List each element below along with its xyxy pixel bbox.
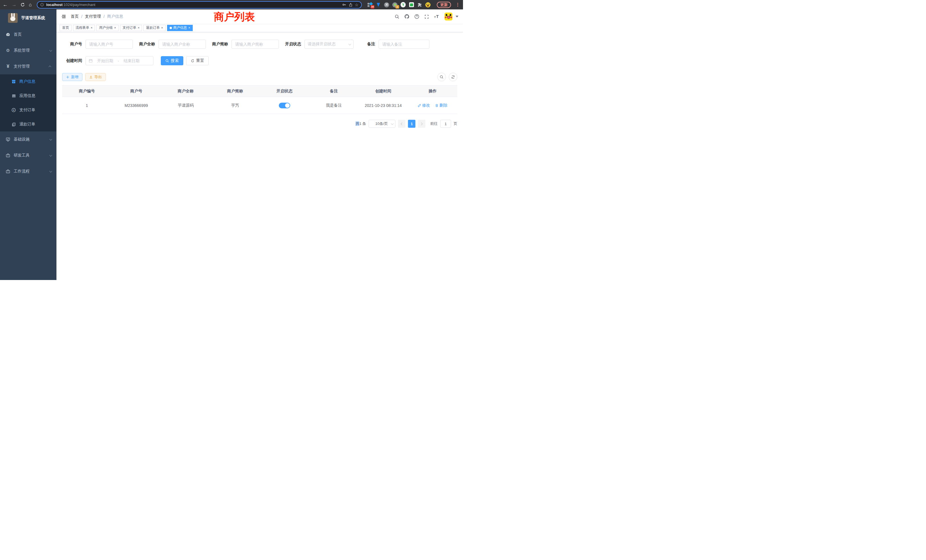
breadcrumb-home[interactable]: 首页: [71, 14, 79, 19]
extension-chat-icon[interactable]: [409, 2, 414, 8]
page-size-select[interactable]: 10条/页: [369, 120, 395, 128]
goto-page-input[interactable]: [440, 120, 451, 128]
help-icon[interactable]: [414, 14, 419, 19]
sidebar-item-label: 系统管理: [14, 48, 49, 53]
breadcrumb: 首页 / 支付管理 / 商户信息: [71, 14, 123, 19]
date-range-picker[interactable]: -: [86, 56, 153, 65]
add-button[interactable]: 新增: [62, 73, 82, 81]
browser-home-icon[interactable]: ⌂: [29, 2, 32, 7]
browser-toolbar: ← → ⌂ localhost:1024/pay/merchant ☆ 1: [0, 0, 463, 9]
password-key-icon[interactable]: [342, 3, 346, 7]
extension-command-icon[interactable]: ⌘: [384, 2, 389, 8]
user-avatar[interactable]: [445, 12, 452, 21]
chevron-down-icon: [49, 138, 52, 141]
sidebar-item-refund-order[interactable]: 退款订单: [0, 117, 56, 132]
field-label: 创建时间: [62, 58, 82, 63]
full-name-input[interactable]: [159, 39, 206, 49]
github-icon[interactable]: [404, 14, 409, 19]
tag-close-icon[interactable]: ×: [114, 26, 116, 29]
status-toggle[interactable]: [279, 103, 290, 108]
tag-pay-order[interactable]: 支付订单 ×: [120, 25, 142, 31]
address-bar[interactable]: localhost:1024/pay/merchant ☆: [37, 1, 362, 9]
chrome-update-button[interactable]: 更新: [437, 2, 451, 8]
tag-label: 商户信息: [173, 26, 187, 30]
extension-gem-icon[interactable]: [376, 2, 381, 8]
url-text: localhost:1024/pay/merchant: [46, 3, 340, 7]
tag-user-group[interactable]: 用户分组 ×: [96, 25, 118, 31]
sidebar-item-system[interactable]: ⚙ 系统管理: [0, 42, 56, 59]
col-header: 备注: [309, 89, 359, 94]
sidebar-item-label: 工作流程: [14, 169, 49, 174]
cell-remark: 我是备注: [309, 103, 359, 108]
prev-page-button[interactable]: [398, 120, 406, 128]
browser-menu-icon[interactable]: [457, 3, 458, 6]
app-shell: 芋道管理系统 首页 ⚙ 系统管理 ¥ 支付管理 商户信息: [0, 9, 463, 280]
remark-input[interactable]: [378, 39, 429, 49]
tag-merchant-info[interactable]: 商户信息 ×: [167, 25, 193, 31]
bookmark-star-icon[interactable]: ☆: [355, 3, 359, 7]
merchant-no-input[interactable]: [86, 39, 133, 49]
sidebar-logo[interactable]: 芋道管理系统: [0, 9, 56, 27]
short-name-input[interactable]: [232, 39, 279, 49]
fullscreen-icon[interactable]: [424, 14, 429, 19]
sidebar-item-pay[interactable]: ¥ 支付管理: [0, 59, 56, 74]
start-date-input[interactable]: [95, 59, 115, 63]
tag-home[interactable]: 首页: [60, 25, 71, 31]
active-tag-dot: [169, 27, 172, 29]
tag-refund-order[interactable]: 退款订单 ×: [144, 25, 165, 31]
edit-link[interactable]: 修改: [418, 103, 430, 108]
export-button-label: 导出: [94, 74, 102, 80]
tag-close-icon[interactable]: ×: [91, 26, 92, 29]
extension-recorder-icon[interactable]: 1: [392, 2, 398, 8]
sidebar-item-merchant-info[interactable]: 商户信息: [0, 74, 56, 89]
refresh-button[interactable]: [449, 73, 457, 81]
sidebar-item-label: 首页: [14, 32, 51, 37]
export-button[interactable]: 导出: [85, 73, 106, 81]
sidebar-item-app-info[interactable]: 应用信息: [0, 89, 56, 103]
tag-label: 流程表单: [76, 26, 89, 30]
header-search-icon[interactable]: [395, 14, 399, 19]
browser-forward-icon[interactable]: →: [12, 2, 17, 7]
end-date-input[interactable]: [121, 59, 142, 63]
next-page-button[interactable]: [418, 120, 425, 128]
tag-close-icon[interactable]: ×: [161, 26, 163, 29]
status-select[interactable]: 请选择开启状态: [304, 39, 354, 49]
add-button-label: 新增: [71, 74, 79, 80]
briefcase-icon: [6, 153, 10, 158]
browser-reload-icon[interactable]: [21, 3, 25, 7]
sidebar-item-pay-order[interactable]: ¥ 支付订单: [0, 103, 56, 117]
filter-remark: 备注: [367, 39, 429, 49]
tag-close-icon[interactable]: ×: [188, 26, 190, 29]
goto-label: 前往: [430, 121, 437, 126]
annotation-overlay: 商户列表: [214, 10, 255, 24]
extension-blocks-icon[interactable]: 10: [368, 2, 373, 8]
sidebar-collapse-icon[interactable]: [61, 14, 66, 19]
sidebar-item-home[interactable]: 首页: [0, 27, 56, 42]
col-header: 创建时间: [359, 89, 408, 94]
site-info-icon[interactable]: [40, 3, 44, 6]
profile-emoji-icon[interactable]: [425, 2, 431, 8]
sidebar-item-dev-tools[interactable]: 研发工具: [0, 147, 56, 163]
tag-flow-form[interactable]: 流程表单 ×: [73, 25, 95, 31]
browser-back-icon[interactable]: ←: [3, 2, 8, 7]
page-number-button[interactable]: 1: [408, 120, 415, 128]
font-size-icon[interactable]: TT: [434, 14, 440, 19]
delete-link[interactable]: 删除: [435, 103, 447, 108]
share-icon[interactable]: [349, 3, 353, 7]
status-select-placeholder: 请选择开启状态: [308, 42, 348, 47]
toggle-search-button[interactable]: [437, 73, 446, 81]
sidebar-item-infra[interactable]: 基础设施: [0, 132, 56, 147]
extension-badge: 1: [395, 5, 399, 9]
sidebar-item-label: 基础设施: [14, 137, 49, 142]
search-button[interactable]: 搜索: [161, 56, 183, 65]
extension-y-icon[interactable]: Y: [401, 2, 406, 8]
breadcrumb-pay[interactable]: 支付管理: [85, 14, 101, 19]
svg-text:¥: ¥: [13, 109, 15, 112]
tag-close-icon[interactable]: ×: [138, 26, 139, 29]
sidebar-item-workflow[interactable]: 工作流程: [0, 163, 56, 179]
reset-button[interactable]: 重置: [186, 56, 209, 65]
extension-badge: 10: [371, 5, 374, 9]
main-area: 商户列表 首页 / 支付管理 / 商户信息: [56, 9, 463, 280]
avatar-dropdown-icon[interactable]: [455, 16, 458, 17]
extensions-puzzle-icon[interactable]: [417, 2, 422, 8]
